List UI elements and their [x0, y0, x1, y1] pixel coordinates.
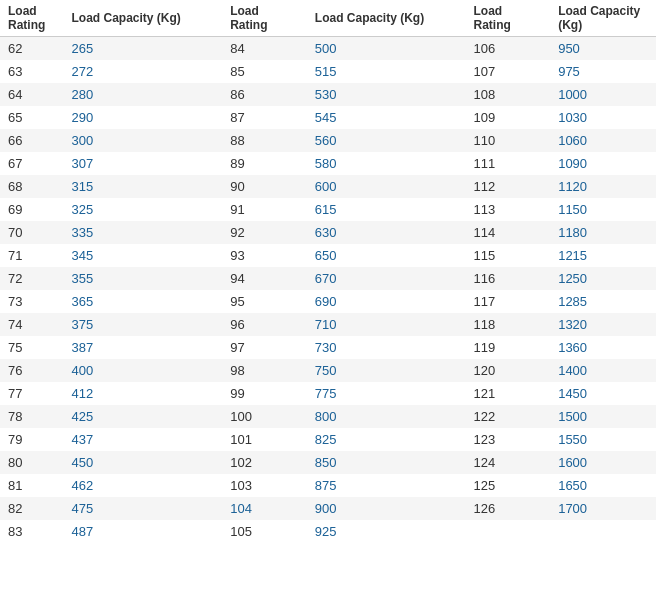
table-cell: 1090 — [550, 152, 656, 175]
table-cell: 99 — [222, 382, 307, 405]
table-row: 83487105925 — [0, 520, 656, 543]
table-row: 71345936501151215 — [0, 244, 656, 267]
table-cell: 900 — [307, 497, 466, 520]
table-cell: 119 — [466, 336, 551, 359]
table-cell: 710 — [307, 313, 466, 336]
col3-rating-header: Load Rating — [466, 0, 551, 37]
table-cell: 111 — [466, 152, 551, 175]
col1-rating-header: Load Rating — [0, 0, 63, 37]
table-cell: 92 — [222, 221, 307, 244]
table-cell: 265 — [63, 37, 222, 61]
table-cell: 70 — [0, 221, 63, 244]
table-cell: 1400 — [550, 359, 656, 382]
table-cell: 1000 — [550, 83, 656, 106]
table-row: 814621038751251650 — [0, 474, 656, 497]
table-row: 6226584500106950 — [0, 37, 656, 61]
table-cell: 121 — [466, 382, 551, 405]
table-cell: 1320 — [550, 313, 656, 336]
table-cell: 925 — [307, 520, 466, 543]
table-cell: 750 — [307, 359, 466, 382]
table-cell: 800 — [307, 405, 466, 428]
table-cell: 125 — [466, 474, 551, 497]
table-row: 73365956901171285 — [0, 290, 656, 313]
table-cell: 67 — [0, 152, 63, 175]
table-cell: 850 — [307, 451, 466, 474]
table-cell: 74 — [0, 313, 63, 336]
table-cell: 345 — [63, 244, 222, 267]
table-cell: 1600 — [550, 451, 656, 474]
table-cell: 515 — [307, 60, 466, 83]
table-cell: 118 — [466, 313, 551, 336]
table-cell: 105 — [222, 520, 307, 543]
table-cell: 500 — [307, 37, 466, 61]
table-cell: 530 — [307, 83, 466, 106]
table-cell: 117 — [466, 290, 551, 313]
col2-rating-header: Load Rating — [222, 0, 307, 37]
load-rating-table: Load Rating Load Capacity (Kg) Load Rati… — [0, 0, 656, 543]
table-row: 68315906001121120 — [0, 175, 656, 198]
table-cell: 113 — [466, 198, 551, 221]
table-cell: 89 — [222, 152, 307, 175]
table-cell: 95 — [222, 290, 307, 313]
table-cell: 425 — [63, 405, 222, 428]
table-cell: 412 — [63, 382, 222, 405]
table-cell: 82 — [0, 497, 63, 520]
table-header-row: Load Rating Load Capacity (Kg) Load Rati… — [0, 0, 656, 37]
table-cell: 1650 — [550, 474, 656, 497]
table-cell: 78 — [0, 405, 63, 428]
table-cell: 77 — [0, 382, 63, 405]
table-row: 824751049001261700 — [0, 497, 656, 520]
table-cell: 280 — [63, 83, 222, 106]
table-cell: 93 — [222, 244, 307, 267]
table-cell: 1180 — [550, 221, 656, 244]
table-row: 72355946701161250 — [0, 267, 656, 290]
table-cell: 1030 — [550, 106, 656, 129]
table-cell: 1250 — [550, 267, 656, 290]
table-cell: 103 — [222, 474, 307, 497]
table-cell: 84 — [222, 37, 307, 61]
table-cell: 126 — [466, 497, 551, 520]
table-cell: 76 — [0, 359, 63, 382]
table-cell: 100 — [222, 405, 307, 428]
table-cell: 487 — [63, 520, 222, 543]
table-cell: 120 — [466, 359, 551, 382]
table-cell: 101 — [222, 428, 307, 451]
table-cell: 66 — [0, 129, 63, 152]
table-cell: 80 — [0, 451, 63, 474]
table-cell: 107 — [466, 60, 551, 83]
table-row: 784251008001221500 — [0, 405, 656, 428]
table-row: 69325916151131150 — [0, 198, 656, 221]
table-cell: 355 — [63, 267, 222, 290]
table-cell: 1450 — [550, 382, 656, 405]
table-cell: 75 — [0, 336, 63, 359]
table-cell: 79 — [0, 428, 63, 451]
table-cell: 365 — [63, 290, 222, 313]
table-row: 77412997751211450 — [0, 382, 656, 405]
table-cell: 73 — [0, 290, 63, 313]
table-cell: 83 — [0, 520, 63, 543]
table-cell: 110 — [466, 129, 551, 152]
table-cell: 437 — [63, 428, 222, 451]
table-cell: 975 — [550, 60, 656, 83]
table-cell: 1360 — [550, 336, 656, 359]
table-cell: 1150 — [550, 198, 656, 221]
table-cell: 104 — [222, 497, 307, 520]
table-cell: 69 — [0, 198, 63, 221]
table-cell: 124 — [466, 451, 551, 474]
table-cell — [550, 520, 656, 543]
table-cell: 775 — [307, 382, 466, 405]
table-cell: 68 — [0, 175, 63, 198]
table-cell: 1550 — [550, 428, 656, 451]
table-row: 70335926301141180 — [0, 221, 656, 244]
table-cell: 72 — [0, 267, 63, 290]
table-cell: 1700 — [550, 497, 656, 520]
table-cell: 1060 — [550, 129, 656, 152]
table-cell: 1215 — [550, 244, 656, 267]
table-cell: 123 — [466, 428, 551, 451]
table-cell: 96 — [222, 313, 307, 336]
table-cell: 387 — [63, 336, 222, 359]
table-cell: 1500 — [550, 405, 656, 428]
table-row: 64280865301081000 — [0, 83, 656, 106]
table-cell: 670 — [307, 267, 466, 290]
table-cell: 86 — [222, 83, 307, 106]
